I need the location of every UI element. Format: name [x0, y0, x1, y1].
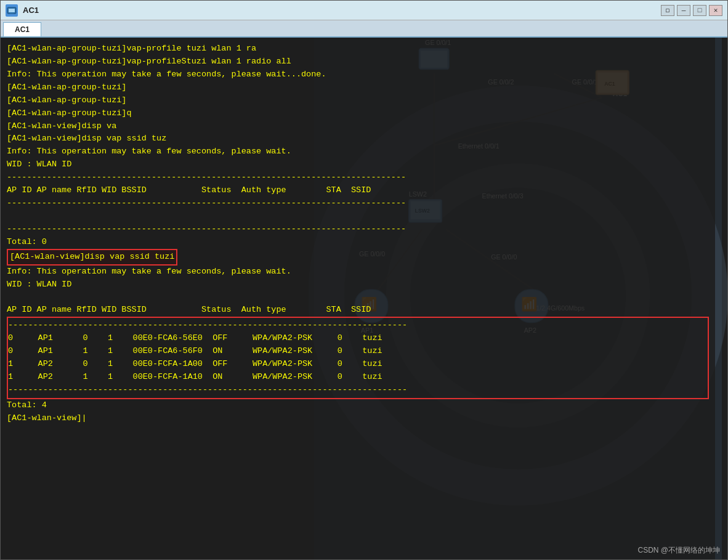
prompt: [AC1-wlan-view]|	[7, 412, 709, 425]
tab-bar: AC1	[1, 20, 727, 38]
divider-2: ----------------------------------------…	[7, 197, 709, 210]
line-4: [AC1-wlan-ap-group-tuzi]	[7, 81, 709, 94]
blank-2	[7, 291, 709, 304]
table-row-4: 1 AP2 1 1 00E0-FCFA-1A10 ON WPA/WPA2-PSK…	[8, 371, 708, 384]
svg-rect-2	[10, 12, 14, 14]
table-row-2: 0 AP1 1 1 00E0-FCA6-56F0 ON WPA/WPA2-PSK…	[8, 345, 708, 358]
data-table-box: ----------------------------------------…	[7, 317, 709, 399]
watermark: CSDN @不懂网络的坤坤	[637, 545, 720, 556]
line-2: [AC1-wlan-ap-group-tuzi]vap-profileStuzi…	[7, 55, 709, 68]
main-content: GE 0/0/1 GE 0/0/2 GE 0/0/1 AC1 AC1 Ether…	[1, 38, 727, 559]
terminal-output[interactable]: [AC1-wlan-ap-group-tuzi]vap-profile tuzi…	[1, 38, 715, 559]
table-header-1: AP ID AP name RfID WID BSSID Status Auth…	[7, 184, 709, 197]
line-1: [AC1-wlan-ap-group-tuzi]vap-profile tuzi…	[7, 43, 709, 55]
window-controls: ◻ — □ ✕	[661, 5, 722, 16]
divider-4: ----------------------------------------…	[8, 319, 708, 332]
window-title: AC1	[23, 6, 39, 15]
line-5: [AC1-wlan-ap-group-tuzi]	[7, 94, 709, 107]
total-0: Total: 0	[7, 236, 709, 249]
line-6: [AC1-wlan-ap-group-tuzi]q	[7, 107, 709, 120]
title-bar: AC1 ◻ — □ ✕	[1, 1, 727, 20]
line-9: Info: This operation may take a few seco…	[7, 145, 709, 158]
highlight-box-command: [AC1-wlan-view]disp vap ssid tuzi	[7, 249, 177, 266]
maximize-button[interactable]: □	[693, 5, 706, 16]
title-bar-left: AC1	[6, 4, 39, 17]
restore-button[interactable]: ◻	[661, 5, 674, 16]
line-7: [AC1-wlan-view]disp va	[7, 120, 709, 133]
svg-rect-1	[9, 9, 15, 12]
close-button[interactable]: ✕	[709, 5, 722, 16]
table-header-2: AP ID AP name RfID WID BSSID Status Auth…	[7, 304, 709, 317]
line-10: WID : WLAN ID	[7, 158, 709, 171]
highlighted-command: [AC1-wlan-view]disp vap ssid tuzi	[7, 249, 709, 266]
window-frame: AC1 ◻ — □ ✕ AC1	[0, 0, 728, 560]
table-row-1: 0 AP1 0 1 00E0-FCA6-56E0 OFF WPA/WPA2-PS…	[8, 332, 708, 345]
minimize-button[interactable]: —	[677, 5, 690, 16]
app-icon	[6, 4, 18, 17]
wid-label-2: WID : WLAN ID	[7, 278, 709, 291]
divider-3: ----------------------------------------…	[7, 223, 709, 236]
table-row-3: 1 AP2 0 1 00E0-FCFA-1A00 OFF WPA/WPA2-PS…	[8, 358, 708, 371]
line-3: Info: This operation may take a few seco…	[7, 68, 709, 81]
blank-1	[7, 210, 709, 223]
divider-5: ----------------------------------------…	[8, 384, 708, 397]
line-info-2: Info: This operation may take a few seco…	[7, 266, 709, 278]
line-8: [AC1-wlan-view]disp vap ssid tuz	[7, 132, 709, 145]
tab-ac1[interactable]: AC1	[3, 22, 41, 36]
divider-1: ----------------------------------------…	[7, 171, 709, 184]
total-4: Total: 4	[7, 399, 709, 412]
